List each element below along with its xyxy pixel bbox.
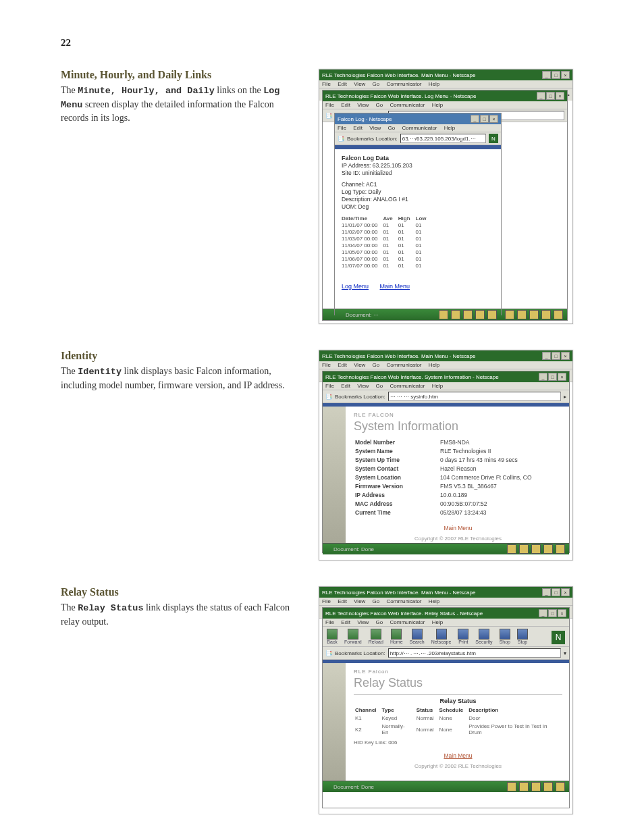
status-icon: [556, 782, 565, 791]
menu-help[interactable]: Help: [432, 383, 443, 389]
address-input[interactable]: http://⋯ . ⋯.⋯ .203/relaystatus.htm: [388, 648, 561, 658]
close-icon[interactable]: ×: [558, 373, 566, 381]
th-ave: Ave: [383, 215, 398, 222]
menu-view[interactable]: View: [354, 598, 365, 604]
menu-go[interactable]: Go: [376, 619, 383, 625]
address-input[interactable]: ⋯ ⋯ ⋯ sysinfo.htm: [388, 392, 561, 401]
main-menu-link[interactable]: Main Menu: [354, 525, 562, 531]
text: The: [61, 602, 78, 613]
menu-help[interactable]: Help: [444, 125, 455, 131]
menu-help[interactable]: Help: [429, 81, 439, 87]
bookmarks-icon[interactable]: 📑: [338, 136, 344, 142]
menu-communicator[interactable]: Communicator: [402, 125, 437, 131]
window-title: Falcon Log - Netscape: [338, 116, 392, 122]
menu-help[interactable]: Help: [432, 102, 443, 108]
maximize-icon[interactable]: □: [548, 373, 557, 381]
menu-edit[interactable]: Edit: [338, 81, 347, 87]
menu-communicator[interactable]: Communicator: [390, 619, 425, 625]
menu-edit[interactable]: Edit: [338, 598, 347, 604]
netscape-button[interactable]: Netscape: [431, 629, 452, 644]
main-menu-link[interactable]: Main Menu: [354, 752, 562, 759]
maximize-icon[interactable]: □: [552, 588, 560, 596]
menu-file[interactable]: File: [325, 383, 334, 389]
menu-communicator[interactable]: Communicator: [390, 102, 425, 108]
menu-edit[interactable]: Edit: [341, 619, 350, 625]
bookmarks-icon[interactable]: 📑: [325, 394, 332, 400]
minimize-icon[interactable]: _: [542, 588, 551, 596]
stop-button[interactable]: Stop: [517, 629, 528, 644]
code-identity: Identity: [78, 367, 122, 377]
menu-file[interactable]: File: [322, 598, 331, 604]
maximize-icon[interactable]: □: [548, 609, 557, 617]
menu-view[interactable]: View: [369, 125, 381, 131]
bookmarks-icon[interactable]: 📑: [325, 113, 332, 119]
main-menu-link[interactable]: Main Menu: [380, 283, 410, 290]
menu-edit[interactable]: Edit: [341, 102, 350, 108]
forward-button[interactable]: Forward: [344, 629, 362, 644]
menu-view[interactable]: View: [357, 102, 369, 108]
table-row: Model NumberFMS8-NDA: [355, 439, 541, 446]
maximize-icon[interactable]: □: [546, 92, 555, 100]
security-button[interactable]: Security: [475, 629, 492, 644]
relay-table: Channel Type Status Schedule Description…: [354, 706, 562, 737]
status-icon: [487, 310, 497, 319]
close-icon[interactable]: ×: [558, 609, 566, 617]
menu-edit[interactable]: Edit: [353, 125, 363, 131]
shop-button[interactable]: Shop: [500, 629, 510, 644]
menu-go[interactable]: Go: [373, 362, 380, 368]
home-button[interactable]: Home: [390, 629, 403, 644]
menu-go[interactable]: Go: [376, 383, 383, 389]
menu-help[interactable]: Help: [429, 362, 439, 368]
menu-help[interactable]: Help: [429, 598, 439, 604]
menu-go[interactable]: Go: [376, 102, 383, 108]
body-text-3: The Relay Status link displays the statu…: [61, 601, 304, 629]
menu-communicator[interactable]: Communicator: [387, 362, 422, 368]
menu-file[interactable]: File: [325, 102, 334, 108]
close-icon[interactable]: ×: [489, 115, 498, 123]
reload-button[interactable]: Reload: [369, 629, 383, 644]
menu-go[interactable]: Go: [373, 598, 380, 604]
go-icon[interactable]: ▸: [564, 394, 566, 400]
minimize-icon[interactable]: _: [539, 373, 547, 381]
search-button[interactable]: Search: [410, 629, 425, 644]
dropdown-icon[interactable]: ▾: [564, 650, 566, 656]
menu-help[interactable]: Help: [432, 619, 443, 625]
close-icon[interactable]: ×: [561, 71, 570, 79]
maximize-icon[interactable]: □: [552, 352, 560, 360]
minimize-icon[interactable]: _: [542, 71, 551, 79]
close-icon[interactable]: ×: [556, 92, 564, 100]
menu-file[interactable]: File: [322, 362, 331, 368]
table-row: 11/01/07 00:00010101: [342, 222, 432, 229]
menubar: File Edit View Go Communicator Help: [335, 124, 501, 132]
back-button[interactable]: Back: [327, 629, 338, 644]
menu-file[interactable]: File: [338, 125, 346, 131]
menu-file[interactable]: File: [325, 619, 334, 625]
netscape-icon[interactable]: N: [552, 631, 565, 644]
menu-communicator[interactable]: Communicator: [387, 598, 422, 604]
minimize-icon[interactable]: _: [471, 115, 479, 123]
menu-file[interactable]: File: [322, 81, 331, 87]
minimize-icon[interactable]: _: [539, 609, 547, 617]
log-menu-link[interactable]: Log Menu: [342, 283, 369, 290]
minimize-icon[interactable]: _: [542, 352, 551, 360]
menu-view[interactable]: View: [357, 619, 369, 625]
print-button[interactable]: Print: [458, 629, 468, 644]
close-icon[interactable]: ×: [561, 352, 570, 360]
table-row: System Location104 Commerce Drive Ft Col…: [355, 474, 541, 481]
bookmarks-icon[interactable]: 📑: [325, 650, 332, 656]
menu-go[interactable]: Go: [373, 81, 380, 87]
netscape-icon[interactable]: N: [489, 134, 498, 143]
menu-communicator[interactable]: Communicator: [390, 383, 425, 389]
menu-view[interactable]: View: [354, 81, 365, 87]
menu-edit[interactable]: Edit: [341, 383, 350, 389]
menu-go[interactable]: Go: [388, 125, 396, 131]
menu-edit[interactable]: Edit: [338, 362, 347, 368]
menu-communicator[interactable]: Communicator: [387, 81, 422, 87]
address-input[interactable]: 63.⋯/63.225.105.203/logd1.⋯: [400, 134, 486, 143]
menu-view[interactable]: View: [354, 362, 365, 368]
menu-view[interactable]: View: [357, 383, 369, 389]
maximize-icon[interactable]: □: [480, 115, 489, 123]
maximize-icon[interactable]: □: [552, 71, 560, 79]
minimize-icon[interactable]: _: [537, 92, 545, 100]
close-icon[interactable]: ×: [561, 588, 570, 596]
